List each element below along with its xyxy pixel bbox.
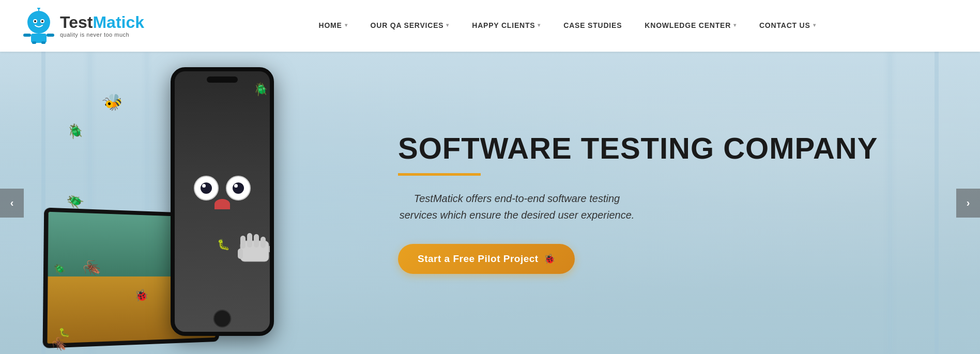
chevron-down-icon: ▾ <box>446 22 449 28</box>
logo-text: TestMatick quality is never too much <box>60 14 144 38</box>
robot-pupil-right <box>233 182 244 194</box>
chevron-down-icon: ▾ <box>538 22 541 28</box>
phone-notch <box>207 76 238 83</box>
hero-underline <box>398 173 481 176</box>
phone-home-button <box>213 310 232 328</box>
hero-description: TestMatick offers end-to-end software te… <box>398 190 636 223</box>
svg-point-3 <box>34 20 36 22</box>
svg-rect-8 <box>32 41 36 44</box>
logo[interactable]: TestMatick quality is never too much <box>21 8 144 44</box>
nav-item-happy-clients[interactable]: HAPPY CLIENTS ▾ <box>461 0 552 52</box>
main-nav: HOME ▾ OUR QA SERVICES ▾ HAPPY CLIENTS ▾… <box>175 0 959 52</box>
header: TestMatick quality is never too much HOM… <box>0 0 980 52</box>
logo-brand: TestMatick <box>60 14 144 30</box>
cta-label: Start a Free Pilot Project <box>418 253 539 265</box>
svg-rect-11 <box>47 34 54 37</box>
svg-point-0 <box>27 11 50 34</box>
robot-hand-svg <box>235 230 274 272</box>
chevron-down-icon: ▾ <box>733 22 737 28</box>
cta-button[interactable]: Start a Free Pilot Project 🐞 <box>398 244 575 274</box>
svg-rect-17 <box>261 237 266 248</box>
nav-item-home[interactable]: HOME ▾ <box>308 0 359 52</box>
carousel-next-button[interactable]: › <box>956 189 980 218</box>
robot-eye-left <box>194 176 219 201</box>
carousel-prev-button[interactable]: ‹ <box>0 189 24 218</box>
hero-title: SOFTWARE TESTING COMPANY <box>398 132 878 165</box>
logo-test: Test <box>60 13 93 32</box>
svg-rect-14 <box>240 236 246 249</box>
svg-point-6 <box>37 8 40 9</box>
nav-item-contact-us[interactable]: CONTACT US ▾ <box>748 0 828 52</box>
hero-content: 🐞 🪲 🪳 🐛 🪲 🐞 🪳 <box>0 52 980 354</box>
robot-pupil-left <box>201 182 212 194</box>
svg-rect-16 <box>254 234 259 248</box>
robot-face <box>189 165 256 248</box>
svg-rect-18 <box>238 249 243 259</box>
robot-eye-right <box>226 176 251 201</box>
nav-item-case-studies[interactable]: CASE STUDIES <box>552 0 633 52</box>
nav-item-knowledge-center[interactable]: KNOWLEDGE CENTER ▾ <box>633 0 748 52</box>
logo-icon <box>21 8 57 44</box>
nav-item-qa-services[interactable]: OUR QA SERVICES ▾ <box>359 0 461 52</box>
hero-text-area: SOFTWARE TESTING COMPANY TestMatick offe… <box>388 132 980 274</box>
phone-device <box>171 67 274 336</box>
hero-section: ‹ › 🐞 🪲 🪳 🐛 <box>0 52 980 354</box>
cta-bug-icon: 🐞 <box>544 253 556 265</box>
hero-image-area: 🐞 🪲 🪳 🐛 🪲 🐞 🪳 <box>0 52 388 354</box>
svg-rect-9 <box>41 41 45 44</box>
svg-rect-15 <box>247 233 252 248</box>
phone-screen <box>175 71 270 332</box>
chevron-down-icon: ▾ <box>813 22 816 28</box>
phone-frame <box>171 67 274 336</box>
chevron-down-icon: ▾ <box>345 22 348 28</box>
svg-point-4 <box>41 20 43 22</box>
logo-tagline: quality is never too much <box>60 32 144 38</box>
logo-matick: Matick <box>93 13 144 32</box>
svg-rect-10 <box>23 34 31 37</box>
